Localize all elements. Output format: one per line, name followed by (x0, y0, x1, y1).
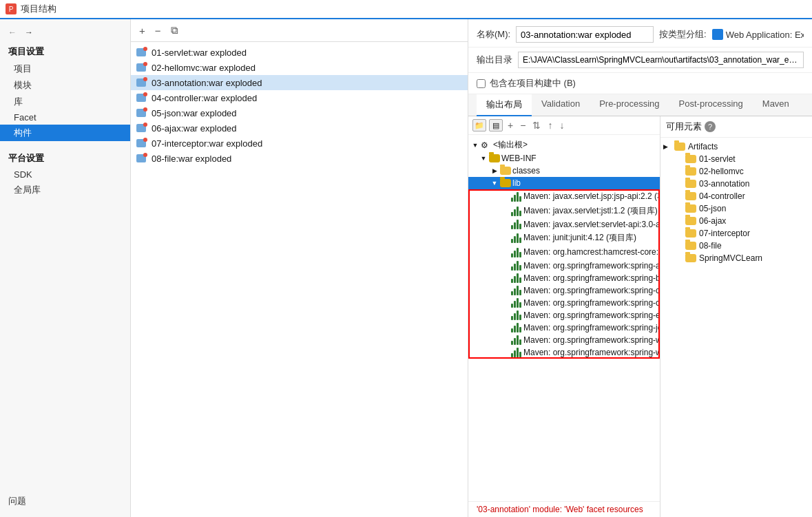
avail-node-04-controller[interactable]: ▶ 04-controller (660, 190, 812, 202)
toggle-artifacts[interactable]: ▶ (663, 143, 672, 150)
artifact-item-3[interactable]: 04-controller:war exploded (131, 90, 468, 105)
artifact-icon-3 (136, 92, 147, 103)
tree-node-webinf[interactable]: ▼ WEB-INF (468, 152, 660, 165)
avail-node-06-ajax[interactable]: ▶ 06-ajax (660, 215, 812, 227)
avail-node-springmvc[interactable]: ▶ SpringMVCLearn (660, 252, 812, 264)
dep10-icon (511, 310, 522, 320)
new-folder-button[interactable]: 📁 (472, 119, 486, 131)
output-layout-tree: ▼ ⚙ <输出根> ▼ WEB-INF (468, 135, 660, 501)
tree-remove-button[interactable]: − (518, 119, 528, 131)
lib-children-wrapper: ▶ Maven: javax.servlet.jsp:jsp-api:2.2 (… (468, 189, 660, 359)
artifact-icon-1 (136, 62, 147, 73)
artifact-item-7[interactable]: 08-file:war exploded (131, 151, 468, 166)
tab-output-layout[interactable]: 输出布局 (477, 94, 532, 116)
tree-node-dep6[interactable]: ▶ Maven: org.springframework:spring-aop:… (468, 260, 660, 272)
back-arrow[interactable]: ← (6, 26, 19, 39)
sidebar-item-issues[interactable]: 问题 (0, 491, 130, 511)
sidebar-item-facet[interactable]: Facet (0, 110, 130, 125)
toggle-classes[interactable]: ▶ (490, 167, 499, 175)
name-input[interactable] (516, 26, 654, 43)
artifact-item-6[interactable]: 07-interceptor:war exploded (131, 136, 468, 151)
avail-node-01-servlet[interactable]: ▶ 01-servlet (660, 153, 812, 165)
tree-node-dep11[interactable]: ▶ Maven: org.springframework:spring-jcl:… (468, 321, 660, 334)
avail-node-08-file[interactable]: ▶ 08-file (660, 240, 812, 252)
tab-maven[interactable]: Maven (753, 94, 799, 116)
avail-node-05-json[interactable]: ▶ 05-json (660, 202, 812, 215)
tree-node-dep3[interactable]: ▶ Maven: javax.servlet:servlet-api:3.0-a… (468, 218, 660, 231)
folder-springmvc (685, 254, 696, 262)
available-panel: 可用元素 ? ▶ Artifacts ▶ 01-servlet (660, 116, 812, 517)
artifact-item-4[interactable]: 05-json:war exploded (131, 105, 468, 120)
tree-sort-button[interactable]: ⇅ (530, 119, 543, 131)
sidebar-nav: ← → (0, 25, 130, 40)
folder-02-hellomvc (685, 167, 696, 176)
tree-node-classes[interactable]: ▶ classes (468, 165, 660, 177)
artifact-list: 01-servlet:war exploded 02-hellomvc:war … (131, 42, 468, 517)
folder-03-annotation (685, 180, 696, 188)
sidebar-item-modules[interactable]: 模块 (0, 77, 130, 94)
artifact-icon-7 (136, 153, 147, 164)
tree-up-button[interactable]: ↑ (545, 119, 554, 131)
avail-node-artifacts[interactable]: ▶ Artifacts (660, 140, 812, 153)
status-message: '03-annotation' module: 'Web' facet reso… (468, 501, 660, 517)
tree-add-button[interactable]: + (506, 119, 515, 131)
folder-08-file (685, 242, 696, 250)
tree-node-dep9[interactable]: ▶ Maven: org.springframework:spring-core… (468, 297, 660, 309)
avail-node-02-hellomvc[interactable]: ▶ 02-hellomvc (660, 165, 812, 178)
content-area: 📁 ▤ + − ⇅ ↑ ↓ ▼ ⚙ (468, 116, 812, 517)
tree-node-dep2[interactable]: ▶ Maven: javax.servlet:jstl:1.2 (项目库) (468, 204, 660, 218)
tab-validation[interactable]: Validation (532, 94, 590, 116)
avail-node-07-interceptor[interactable]: ▶ 07-interceptor (660, 227, 812, 240)
dep12-icon (511, 335, 522, 345)
tree-node-dep4[interactable]: ▶ Maven: junit:junit:4.12 (项目库) (468, 231, 660, 245)
tree-node-dep12[interactable]: ▶ Maven: org.springframework:spring-web: (468, 334, 660, 346)
artifact-item-1[interactable]: 02-hellomvc:war exploded (131, 60, 468, 75)
artifact-item-0[interactable]: 01-servlet:war exploded (131, 45, 468, 60)
tab-preprocessing[interactable]: Pre-processing (590, 94, 669, 116)
output-input[interactable] (518, 52, 804, 68)
copy-artifact-button[interactable]: ⧉ (168, 23, 181, 37)
type-label: 按类型分组: (659, 28, 707, 41)
artifact-icon-5 (136, 123, 147, 134)
sidebar-divider-2 (0, 198, 130, 204)
lib-folder-icon (500, 178, 511, 188)
artifact-item-5[interactable]: 06-ajax:war exploded (131, 120, 468, 136)
remove-artifact-button[interactable]: − (152, 24, 164, 37)
output-tree-panel: 📁 ▤ + − ⇅ ↑ ↓ ▼ ⚙ (468, 116, 660, 517)
output-label: 输出目录 (477, 54, 512, 66)
platform-settings-title: 平台设置 (0, 147, 130, 167)
sidebar-item-library[interactable]: 库 (0, 94, 130, 110)
tree-node-lib[interactable]: ▼ lib (468, 177, 660, 189)
sidebar-item-sdk[interactable]: SDK (0, 167, 130, 182)
tree-node-dep7[interactable]: ▶ Maven: org.springframework:spring-bean (468, 272, 660, 284)
checkbox-row: 包含在项目构建中 (B) (468, 73, 812, 94)
toggle-root[interactable]: ▼ (471, 141, 479, 149)
tree-node-dep1[interactable]: ▶ Maven: javax.servlet.jsp:jsp-api:2.2 (… (468, 189, 660, 204)
artifact-item-2[interactable]: 03-annotation:war exploded (131, 75, 468, 90)
tree-node-dep8[interactable]: ▶ Maven: org.springframework:spring-cont… (468, 284, 660, 297)
add-artifact-button[interactable]: + (136, 24, 148, 37)
help-icon[interactable]: ? (705, 121, 716, 132)
tree-node-dep5[interactable]: ▶ Maven: org.hamcrest:hamcrest-core:1.3 … (468, 245, 660, 260)
tab-postprocessing[interactable]: Post-processing (669, 94, 753, 116)
detail-name-row: 名称(M): 按类型分组: Web Application: Explod (468, 19, 812, 48)
toggle-webinf[interactable]: ▼ (479, 154, 488, 162)
sidebar-item-artifacts[interactable]: 构件 (0, 125, 130, 141)
dep3-icon (511, 220, 522, 229)
folder-05-json (685, 204, 696, 213)
avail-node-03-annotation[interactable]: ▶ 03-annotation (660, 178, 812, 190)
sidebar-item-global-libs[interactable]: 全局库 (0, 182, 130, 198)
sidebar-item-project[interactable]: 项目 (0, 61, 130, 77)
tree-node-dep10[interactable]: ▶ Maven: org.springframework:spring-expr… (468, 309, 660, 321)
tree-node-dep13[interactable]: ▶ Maven: org.springframework:spring-webm (468, 346, 660, 359)
tree-wrapper: ▼ ⚙ <输出根> ▼ WEB-INF (468, 135, 660, 517)
tree-down-button[interactable]: ↓ (557, 119, 566, 131)
forward-arrow[interactable]: → (22, 26, 36, 39)
new-file-button[interactable]: ▤ (489, 119, 503, 131)
toggle-lib[interactable]: ▼ (490, 179, 499, 187)
artifact-icon-2 (136, 77, 147, 88)
tree-node-root[interactable]: ▼ ⚙ <输出根> (468, 138, 660, 152)
webinf-folder-icon (489, 154, 500, 163)
checkbox-label: 包含在项目构建中 (B) (490, 77, 576, 89)
include-in-build-checkbox[interactable] (477, 79, 486, 88)
